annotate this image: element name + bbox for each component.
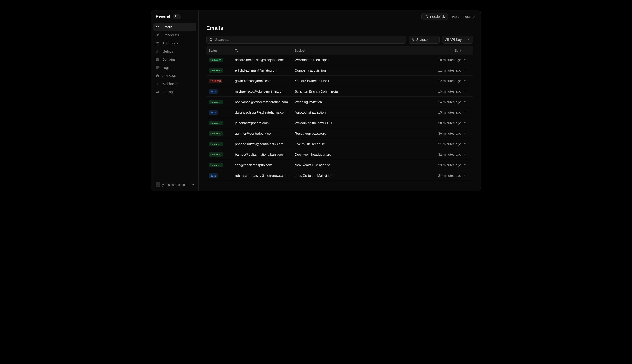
cell-status: Delivered <box>209 131 235 136</box>
plan-badge: Pro <box>173 14 181 19</box>
status-badge: Delivered <box>209 131 223 136</box>
sidebar-item-label: API Keys <box>162 74 176 78</box>
svg-point-38 <box>464 154 465 154</box>
more-horizontal-icon <box>464 120 468 124</box>
user-menu-button[interactable] <box>190 182 194 187</box>
sidebar-item-emails[interactable]: Emails <box>153 23 196 31</box>
more-horizontal-icon <box>464 89 468 93</box>
svg-point-21 <box>466 91 466 91</box>
cell-status: Delivered <box>209 142 235 146</box>
user-email: you@domain.com <box>162 183 188 186</box>
table-row[interactable]: Sentmichael.scott@dundermifflin.comScran… <box>206 86 473 97</box>
cell-sent: 15 minutes ago <box>425 110 461 114</box>
th-status: Status <box>209 49 235 52</box>
svg-point-5 <box>158 91 159 92</box>
status-filter[interactable]: All Statuses <box>409 36 440 44</box>
feedback-button[interactable]: Feedback <box>421 13 448 20</box>
chat-icon <box>425 15 428 19</box>
table-row[interactable]: Deliveredcarl@maclarenspub.comNew Year's… <box>206 160 473 170</box>
row-actions-button[interactable] <box>461 78 471 83</box>
cell-to: michael.scott@dundermifflin.com <box>235 90 295 94</box>
sidebar-item-domains[interactable]: Domains <box>153 56 196 63</box>
row-actions-button[interactable] <box>461 173 471 178</box>
sidebar-item-api-keys[interactable]: API Keys <box>153 72 196 80</box>
sidebar-item-logs[interactable]: Logs <box>153 64 196 72</box>
svg-point-33 <box>466 133 466 133</box>
svg-point-10 <box>210 38 212 40</box>
svg-point-28 <box>467 112 467 112</box>
row-actions-button[interactable] <box>461 89 471 94</box>
cell-status: Bounced <box>209 79 235 83</box>
help-link[interactable]: Help <box>452 15 459 19</box>
cell-sent: 13 minutes ago <box>425 90 461 94</box>
cell-sent: 31 minutes ago <box>425 142 461 146</box>
cell-status: Delivered <box>209 58 235 62</box>
cell-to: erlich.bachman@aviato.com <box>235 68 295 72</box>
svg-point-19 <box>467 80 467 81</box>
svg-point-41 <box>464 164 465 165</box>
table-row[interactable]: Deliveredjo.bennett@sabre.comWelcoming t… <box>206 118 473 128</box>
apikey-filter[interactable]: All API Keys <box>442 36 473 44</box>
svg-point-43 <box>467 164 467 165</box>
broadcast-icon <box>156 33 159 37</box>
cell-sent: 32 minutes ago <box>425 152 461 156</box>
svg-point-18 <box>466 80 466 81</box>
table-row[interactable]: Deliverederlich.bachman@aviato.comCompan… <box>206 65 473 76</box>
cell-sent: 11 minutes ago <box>425 68 461 72</box>
svg-point-34 <box>467 133 467 133</box>
table-row[interactable]: Deliveredgunther@centralperk.comReset yo… <box>206 128 473 139</box>
table-row[interactable]: Sentrobin.scherbatsky@metronews.comLet's… <box>206 170 473 181</box>
more-horizontal-icon <box>464 110 468 114</box>
row-actions-button[interactable] <box>461 120 471 125</box>
cell-sent: 20 minutes ago <box>425 121 461 125</box>
row-actions-button[interactable] <box>461 68 471 72</box>
row-actions-button[interactable] <box>461 100 471 104</box>
svg-point-29 <box>464 122 465 123</box>
content: Emails All Statuses All API Keys <box>199 21 481 191</box>
status-badge: Sent <box>209 110 217 115</box>
svg-point-26 <box>464 112 465 112</box>
table-row[interactable]: Bouncedgavin.belson@hooli.comYou are inv… <box>206 76 473 86</box>
chevron-down-icon <box>434 38 437 41</box>
status-badge: Sent <box>209 89 217 94</box>
sidebar-footer: Y you@domain.com <box>153 180 196 189</box>
cell-to: gunther@centralperk.com <box>235 132 295 136</box>
row-actions-button[interactable] <box>461 58 471 62</box>
status-badge: Delivered <box>209 68 223 72</box>
more-horizontal-icon <box>464 142 468 146</box>
table-row[interactable]: Deliveredbarney@goliathnationalbank.comD… <box>206 149 473 160</box>
svg-point-2 <box>158 42 159 43</box>
cell-to: gavin.belson@hooli.com <box>235 79 295 83</box>
table-row[interactable]: Deliveredphoebe.buffay@centralperk.comLi… <box>206 139 473 149</box>
svg-point-6 <box>156 92 157 93</box>
sidebar-item-settings[interactable]: Settings <box>153 88 196 96</box>
sidebar-item-label: Audiences <box>162 41 178 45</box>
search-input[interactable] <box>215 38 403 42</box>
cell-subject: Let's Go to the Mall video <box>295 174 425 178</box>
row-actions-button[interactable] <box>461 152 471 157</box>
svg-point-17 <box>464 80 465 81</box>
docs-link[interactable]: Docs <box>463 15 476 19</box>
more-horizontal-icon <box>464 100 468 104</box>
svg-point-16 <box>467 70 467 70</box>
table-row[interactable]: Deliveredrichard.hendricks@piedpiper.com… <box>206 55 473 65</box>
row-actions-button[interactable] <box>461 163 471 167</box>
sidebar-item-audiences[interactable]: Audiences <box>153 40 196 47</box>
table-row[interactable]: Sentdwight.schrute@schrutefarms.comAgrot… <box>206 107 473 118</box>
svg-point-31 <box>467 122 467 123</box>
avatar[interactable]: Y <box>156 182 160 187</box>
sidebar-item-broadcasts[interactable]: Broadcasts <box>153 31 196 39</box>
more-horizontal-icon <box>464 131 468 135</box>
cell-to: dwight.schrute@schrutefarms.com <box>235 110 295 114</box>
sidebar-item-webhooks[interactable]: Webhooks <box>153 80 196 88</box>
page-title: Emails <box>206 25 473 31</box>
logs-icon <box>156 66 159 70</box>
row-actions-button[interactable] <box>461 110 471 115</box>
row-actions-button[interactable] <box>461 131 471 136</box>
svg-point-30 <box>466 122 466 123</box>
table-row[interactable]: Deliveredbob.vance@vancerefrigeration.co… <box>206 97 473 107</box>
sidebar-item-metrics[interactable]: Metrics <box>153 48 196 55</box>
sidebar-item-label: Broadcasts <box>162 33 179 37</box>
row-actions-button[interactable] <box>461 142 471 146</box>
svg-point-44 <box>464 175 465 175</box>
